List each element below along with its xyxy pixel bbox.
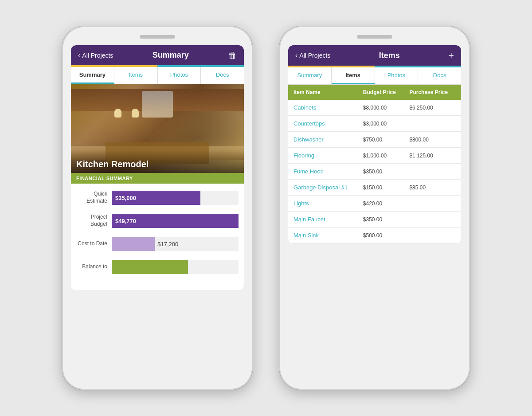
chart-row-quick-estimate: Quick Estimate $35,000 <box>76 191 239 205</box>
project-budget-bar: $49,770 <box>112 214 239 228</box>
table-row[interactable]: Lights $420.00 <box>288 196 461 212</box>
chart-row-cost-to-date: Cost to Date $17,200 <box>76 237 239 251</box>
balance-bar <box>112 260 188 274</box>
item-budget-price: $420.00 <box>363 200 410 207</box>
phones-container: ‹ All Projects Summary 🗑 Summary Items P… <box>44 8 488 408</box>
back-label-left: All Projects <box>82 52 113 59</box>
items-table: Cabinets $8,000.00 $6,250.00 Countertops… <box>288 100 461 243</box>
item-budget-price: $500.00 <box>363 232 410 239</box>
plus-icon[interactable]: + <box>448 51 454 60</box>
table-row[interactable]: Main Faucet $350.00 <box>288 212 461 228</box>
chart-row-balance: Balance to <box>76 260 239 274</box>
chart-row-project-budget: Project Budget $49,770 <box>76 214 239 228</box>
left-phone-inner: ‹ All Projects Summary 🗑 Summary Items P… <box>71 45 244 290</box>
tab-photos-left[interactable]: Photos <box>158 67 201 84</box>
cost-to-date-bar-container: $17,200 <box>112 237 239 251</box>
item-budget-price: $8,000.00 <box>363 105 410 111</box>
trash-icon[interactable]: 🗑 <box>228 51 237 60</box>
tabs-left: Summary Items Photos Docs <box>71 67 244 84</box>
item-purchase-price: $800.00 <box>409 137 456 143</box>
table-row[interactable]: Flooring $1,000.00 $1,125.00 <box>288 148 461 164</box>
item-purchase-price: $1,125.00 <box>409 153 456 159</box>
back-button-right[interactable]: ‹ All Projects <box>295 51 330 59</box>
back-label-right: All Projects <box>299 52 330 59</box>
col-purchase-price: Purchase Price <box>409 88 456 96</box>
table-row[interactable]: Fume Hood $350.00 <box>288 164 461 180</box>
cost-to-date-label: Cost to Date <box>76 240 112 247</box>
header-title-right: Items <box>379 51 400 60</box>
item-budget-price: $150.00 <box>363 184 410 191</box>
project-title: Kitchen Remodel <box>71 150 244 173</box>
financial-summary-header: FINANCIAL SUMMARY <box>71 173 244 184</box>
tab-summary-right[interactable]: Summary <box>288 67 332 84</box>
item-name: Main Sink <box>293 232 363 239</box>
kitchen-image: Kitchen Remodel <box>71 84 244 173</box>
project-budget-bar-container: $49,770 <box>112 214 239 228</box>
col-budget-price: Budget Price <box>363 88 410 96</box>
chart-area: Quick Estimate $35,000 Project Budget <box>71 184 244 290</box>
kitchen-hood <box>142 91 173 118</box>
table-row[interactable]: Countertops $3,000.00 <box>288 116 461 132</box>
balance-label: Balance to <box>76 263 112 271</box>
item-purchase-price: $6,250.00 <box>409 105 456 111</box>
item-name: Dishwasher <box>293 136 363 143</box>
item-name: Lights <box>293 200 363 207</box>
table-row[interactable]: Garbage Disposal #1 $150.00 $85.00 <box>288 180 461 196</box>
right-phone-inner: ‹ All Projects Items + Summary Items Pho… <box>288 45 461 243</box>
left-header: ‹ All Projects Summary 🗑 <box>71 45 244 65</box>
tab-docs-left[interactable]: Docs <box>201 67 244 84</box>
item-budget-price: $3,000.00 <box>363 121 410 127</box>
table-row[interactable]: Dishwasher $750.00 $800.00 <box>288 132 461 148</box>
cost-to-date-bar <box>112 237 155 251</box>
left-phone: ‹ All Projects Summary 🗑 Summary Items P… <box>62 26 253 390</box>
cost-to-date-value: $17,200 <box>157 241 178 247</box>
quick-estimate-label: Quick Estimate <box>76 191 112 204</box>
item-budget-price: $350.00 <box>363 169 410 175</box>
right-header: ‹ All Projects Items + <box>288 45 461 66</box>
table-row[interactable]: Cabinets $8,000.00 $6,250.00 <box>288 100 461 116</box>
table-header: Item Name Budget Price Purchase Price <box>288 85 461 100</box>
item-budget-price: $1,000.00 <box>363 153 410 159</box>
col-item-name: Item Name <box>293 88 363 96</box>
item-budget-price: $750.00 <box>363 137 410 143</box>
chevron-left-icon: ‹ <box>78 51 80 59</box>
item-name: Cabinets <box>293 104 363 111</box>
tab-items-left[interactable]: Items <box>114 67 158 84</box>
quick-estimate-bar: $35,000 <box>112 191 200 205</box>
item-name: Fume Hood <box>293 168 363 175</box>
tab-docs-right[interactable]: Docs <box>418 67 461 84</box>
item-budget-price: $350.00 <box>363 216 410 223</box>
tab-items-right[interactable]: Items <box>332 67 375 84</box>
back-button-left[interactable]: ‹ All Projects <box>78 51 113 59</box>
balance-bar-container <box>112 260 239 274</box>
pendant-light-1 <box>114 109 121 118</box>
chevron-left-icon-right: ‹ <box>295 51 297 59</box>
header-title-left: Summary <box>153 51 189 60</box>
item-purchase-price: $85.00 <box>409 184 456 191</box>
tabs-right: Summary Items Photos Docs <box>288 67 461 85</box>
item-name: Countertops <box>293 120 363 127</box>
item-name: Flooring <box>293 152 363 159</box>
project-budget-label: Project Budget <box>76 214 112 228</box>
table-row[interactable]: Main Sink $500.00 <box>288 228 461 243</box>
item-name: Main Faucet <box>293 216 363 223</box>
item-name: Garbage Disposal #1 <box>293 184 363 191</box>
pendant-light-2 <box>132 109 139 118</box>
tab-summary-left[interactable]: Summary <box>71 67 114 84</box>
quick-estimate-bar-container: $35,000 <box>112 191 239 205</box>
right-phone: ‹ All Projects Items + Summary Items Pho… <box>279 26 470 390</box>
tab-photos-right[interactable]: Photos <box>375 67 419 84</box>
